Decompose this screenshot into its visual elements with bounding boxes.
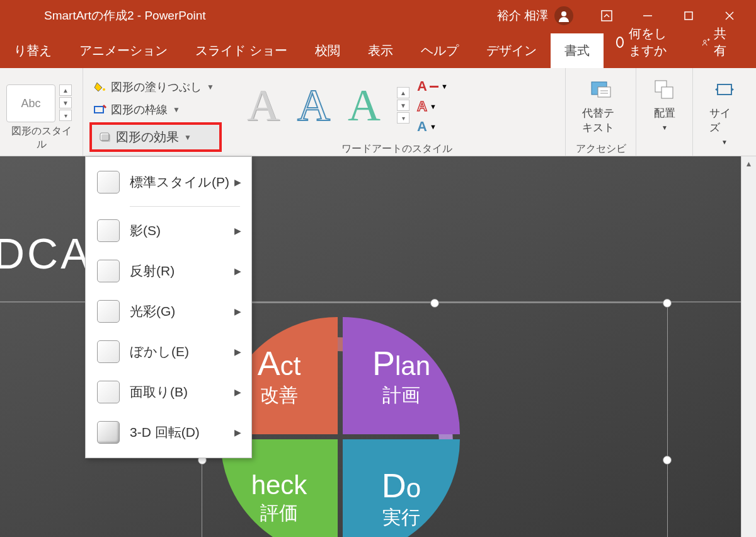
submenu-arrow-icon: ▶ [234, 387, 241, 397]
shadow-icon [97, 219, 120, 242]
text-effects-button[interactable]: A▼ [417, 118, 448, 135]
submenu-arrow-icon: ▶ [234, 226, 241, 236]
menu-bevel[interactable]: 面取り(B) ▶ [86, 372, 251, 412]
pdca-plan[interactable]: Plan 計画 [343, 317, 460, 434]
pdca-smartart[interactable]: AActct 改善 Plan 計画 heck 評価 Do 実行 [220, 317, 460, 537]
submenu-arrow-icon: ▶ [234, 266, 241, 276]
bevel-icon [97, 381, 120, 403]
tab-help[interactable]: ヘルプ [407, 33, 472, 68]
svg-rect-19 [718, 84, 731, 95]
resize-handle[interactable] [430, 299, 439, 308]
style-gallery-scroll[interactable]: ▲▼▾ [59, 84, 72, 121]
svg-point-9 [103, 88, 105, 91]
group-label-shape-styles: 図形のスタイル [6, 122, 76, 154]
submenu-arrow-icon: ▶ [234, 347, 241, 357]
vertical-scrollbar[interactable]: ▲ [741, 156, 756, 537]
svg-rect-10 [94, 107, 103, 113]
svg-point-0 [561, 11, 566, 16]
submenu-arrow-icon: ▶ [234, 306, 241, 316]
menu-shadow[interactable]: 影(S) ▶ [86, 211, 251, 251]
reflection-icon [97, 260, 120, 282]
tab-slideshow[interactable]: スライド ショー [181, 33, 301, 68]
shape-style-preview[interactable]: Abc [6, 84, 55, 122]
tab-design[interactable]: デザイン [472, 33, 551, 68]
menu-reflection[interactable]: 反射(R) ▶ [86, 251, 251, 291]
menu-soft-edges[interactable]: ぼかし(E) ▶ [86, 332, 251, 372]
lightbulb-icon [616, 37, 624, 48]
shape-effects-dropdown: 標準スタイル(P) ▶ 影(S) ▶ 反射(R) ▶ 光彩(G) ▶ ぼかし(E… [85, 156, 252, 458]
tell-me-label: 何をしますか [629, 25, 677, 59]
share-button[interactable]: 共有 [689, 16, 743, 68]
menu-glow[interactable]: 光彩(G) ▶ [86, 291, 251, 332]
wordart-style-2[interactable]: A [297, 79, 330, 132]
submenu-arrow-icon: ▶ [234, 427, 241, 437]
avatar-icon [554, 6, 573, 25]
wordart-style-3[interactable]: A [348, 79, 381, 132]
tab-review[interactable]: 校閲 [301, 33, 354, 68]
text-outline-button[interactable]: A▼ [417, 98, 448, 115]
arrange-button[interactable]: 配置▼ [643, 73, 687, 136]
wordart-gallery-scroll[interactable]: ▲▼▾ [397, 87, 410, 124]
submenu-arrow-icon: ▶ [234, 177, 241, 187]
svg-rect-18 [662, 87, 673, 98]
soft-edges-icon [97, 340, 120, 363]
group-label-wordart: ワードアートのスタイル [234, 140, 559, 158]
tab-animations[interactable]: アニメーション [66, 33, 181, 68]
alt-text-button[interactable]: 代替テキスト [572, 73, 629, 140]
text-fill-button[interactable]: A▼ [417, 78, 448, 95]
user-area[interactable]: 裕介 相澤 [497, 6, 573, 25]
window-title: SmartArtの作成2 - PowerPoint [44, 8, 206, 24]
tab-format[interactable]: 書式 [551, 33, 604, 68]
rotation-3d-icon [97, 421, 120, 444]
wordart-gallery[interactable]: A A A [234, 73, 393, 138]
svg-rect-14 [598, 87, 610, 97]
tell-me[interactable]: 何をしますか [604, 16, 689, 68]
shape-fill-button[interactable]: 図形の塗りつぶし▼ [89, 77, 222, 97]
menu-preset[interactable]: 標準スタイル(P) ▶ [86, 162, 251, 202]
ribbon: Abc ▲▼▾ 図形のスタイル 図形の塗りつぶし▼ 図形の枠線▼ 図形の効果▼ … [0, 68, 756, 156]
tab-view[interactable]: 表示 [354, 33, 407, 68]
scroll-up-icon[interactable]: ▲ [742, 156, 756, 171]
resize-handle[interactable] [663, 299, 672, 308]
tab-transitions[interactable]: り替え [0, 33, 66, 68]
resize-handle[interactable] [663, 456, 672, 465]
user-name: 裕介 相澤 [497, 8, 548, 24]
svg-point-6 [704, 40, 706, 43]
wordart-style-1[interactable]: A [247, 79, 280, 132]
shape-outline-button[interactable]: 図形の枠線▼ [89, 100, 222, 120]
share-label: 共有 [714, 25, 731, 59]
shape-effects-button[interactable]: 図形の効果▼ [89, 122, 222, 152]
size-button[interactable]: サイズ▼ [699, 73, 750, 151]
preset-icon [97, 171, 120, 193]
ribbon-tabs: り替え アニメーション スライド ショー 校閲 表示 ヘルプ デザイン 書式 何… [0, 32, 756, 68]
menu-3d-rotation[interactable]: 3-D 回転(D) ▶ [86, 412, 251, 453]
svg-rect-12 [101, 134, 110, 142]
pdca-do[interactable]: Do 実行 [343, 439, 460, 537]
glow-icon [97, 300, 120, 323]
